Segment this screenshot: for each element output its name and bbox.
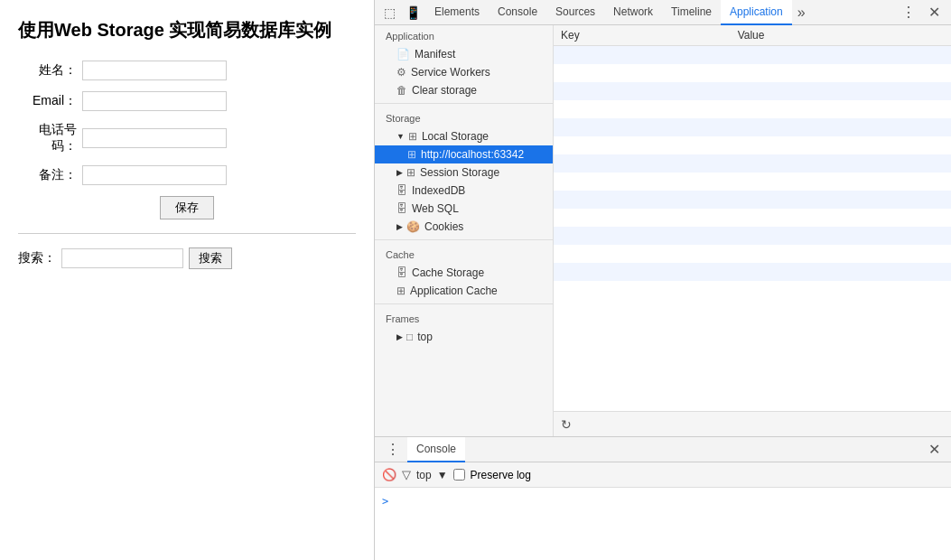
tab-console[interactable]: Console: [489, 0, 546, 25]
form-divider: [18, 233, 356, 234]
sidebar-item-web-sql[interactable]: 🗄 Web SQL: [375, 200, 553, 218]
table-row[interactable]: [554, 281, 951, 299]
search-button[interactable]: 搜索: [189, 247, 232, 269]
table-row-key: [554, 191, 731, 209]
phone-input[interactable]: [82, 128, 227, 148]
sidebar-item-manifest[interactable]: 📄 Manifest: [375, 45, 553, 63]
table-row-key: [554, 136, 731, 154]
table-row-key: [554, 173, 731, 191]
table-row[interactable]: [554, 154, 951, 173]
service-workers-icon: ⚙: [396, 66, 406, 79]
console-drawer: ⋮ Console ✕ 🚫 ▽ top ▼ Preserve log >: [375, 436, 951, 560]
kv-table-footer: ↻: [554, 411, 951, 436]
table-row-value: [731, 64, 951, 82]
table-row-key: [554, 209, 731, 227]
tab-elements[interactable]: Elements: [425, 0, 489, 25]
table-row[interactable]: [554, 173, 951, 191]
table-row-value: [731, 263, 951, 281]
console-body: >: [375, 488, 951, 560]
local-storage-icon: ⊞: [408, 130, 417, 143]
table-row[interactable]: [554, 209, 951, 227]
table-row-key: [554, 227, 731, 245]
table-row-key: [554, 281, 731, 299]
table-row-value: [731, 118, 951, 136]
filter-icon[interactable]: ▽: [402, 468, 411, 481]
console-caret: >: [382, 495, 388, 508]
save-button[interactable]: 保存: [160, 196, 214, 219]
email-group: Email：: [18, 91, 356, 111]
application-cache-icon: ⊞: [396, 285, 406, 297]
sidebar-item-cache-storage[interactable]: 🗄 Cache Storage: [375, 264, 553, 282]
table-row-value: [731, 136, 951, 154]
device-icon[interactable]: 📱: [402, 2, 424, 23]
table-row-value: [731, 227, 951, 245]
phone-group: 电话号码：: [18, 122, 356, 154]
devtools-menu-icon[interactable]: ⋮: [896, 0, 921, 24]
table-row-key: [554, 82, 731, 100]
webpage-panel: 使用Web Storage 实现简易数据库实例 姓名： Email： 电话号码：…: [0, 0, 375, 560]
console-drawer-close[interactable]: ✕: [921, 437, 947, 462]
sidebar-item-local-storage[interactable]: ▼ ⊞ Local Storage: [375, 127, 553, 145]
devtools-sidebar: Application 📄 Manifest ⚙ Service Workers…: [375, 25, 554, 436]
localhost-icon: ⊞: [407, 148, 416, 161]
sidebar-item-clear-storage[interactable]: 🗑 Clear storage: [375, 81, 553, 99]
top-arrow: ▶: [396, 332, 403, 341]
devtools-close-icon[interactable]: ✕: [921, 0, 947, 24]
table-row-key: [554, 154, 731, 173]
sidebar-item-cookies[interactable]: ▶ 🍪 Cookies: [375, 218, 553, 236]
search-group: 搜索： 搜索: [18, 247, 356, 269]
table-row[interactable]: [554, 136, 951, 154]
cursor-icon[interactable]: ⬚: [378, 2, 400, 23]
sidebar-item-top[interactable]: ▶ □ top: [375, 328, 553, 346]
sidebar-item-localhost[interactable]: ⊞ http://localhost:63342: [375, 145, 553, 163]
console-drawer-menu[interactable]: ⋮: [378, 437, 407, 462]
email-input[interactable]: [82, 91, 227, 111]
cookies-icon: 🍪: [406, 220, 420, 233]
table-row-key: [554, 64, 731, 82]
table-row[interactable]: [554, 245, 951, 263]
console-prompt: >: [382, 495, 944, 508]
table-row-key: [554, 118, 731, 136]
devtools-panel: ⬚ 📱 Elements Console Sources Network Tim…: [375, 0, 951, 560]
sidebar-item-application-cache[interactable]: ⊞ Application Cache: [375, 282, 553, 300]
table-row[interactable]: [554, 263, 951, 281]
table-row-key: [554, 245, 731, 263]
tab-timeline[interactable]: Timeline: [662, 0, 721, 25]
frames-section-header: Frames: [375, 308, 553, 328]
console-drawer-tab[interactable]: Console: [407, 437, 465, 462]
preserve-log-checkbox[interactable]: [453, 469, 465, 481]
note-input[interactable]: [82, 165, 227, 185]
application-section-header: Application: [375, 25, 553, 45]
tab-network[interactable]: Network: [604, 0, 662, 25]
console-dropdown-arrow[interactable]: ▼: [437, 469, 448, 481]
name-input[interactable]: [82, 61, 227, 80]
session-storage-arrow: ▶: [396, 168, 403, 177]
local-storage-arrow: ▼: [396, 132, 405, 141]
sidebar-item-indexeddb[interactable]: 🗄 IndexedDB: [375, 182, 553, 200]
table-row-value: [731, 173, 951, 191]
table-row[interactable]: [554, 82, 951, 100]
table-row[interactable]: [554, 118, 951, 136]
devtools-tabs-bar: ⬚ 📱 Elements Console Sources Network Tim…: [375, 0, 951, 25]
block-icon[interactable]: 🚫: [382, 468, 396, 481]
name-group: 姓名：: [18, 61, 356, 80]
table-row[interactable]: [554, 46, 951, 64]
table-row[interactable]: [554, 64, 951, 82]
table-row[interactable]: [554, 191, 951, 209]
search-input[interactable]: [61, 248, 183, 268]
sidebar-item-service-workers[interactable]: ⚙ Service Workers: [375, 63, 553, 81]
console-top-label: top: [416, 469, 432, 481]
table-row-key: [554, 263, 731, 281]
cache-storage-icon: 🗄: [396, 266, 407, 279]
more-tabs-icon[interactable]: »: [792, 1, 811, 24]
table-row-value: [731, 82, 951, 100]
sidebar-item-session-storage[interactable]: ▶ ⊞ Session Storage: [375, 163, 553, 182]
table-row[interactable]: [554, 100, 951, 118]
table-row-value: [731, 46, 951, 64]
table-row[interactable]: [554, 227, 951, 245]
refresh-icon[interactable]: ↻: [561, 417, 572, 432]
web-sql-icon: 🗄: [396, 202, 407, 215]
table-row-key: [554, 100, 731, 118]
tab-sources[interactable]: Sources: [546, 0, 604, 25]
tab-application[interactable]: Application: [721, 0, 792, 25]
